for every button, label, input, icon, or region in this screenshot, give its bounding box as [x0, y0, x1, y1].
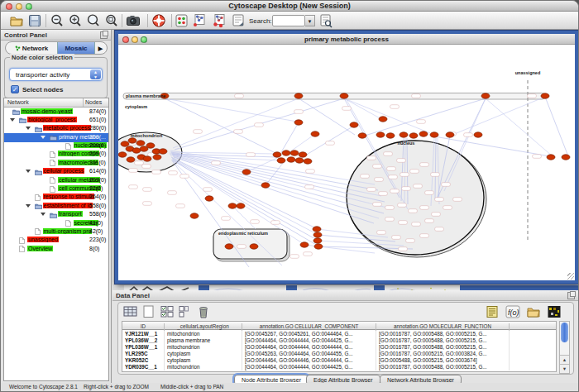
import-attributes-icon[interactable] [485, 305, 500, 318]
go-term-pill[interactable] [305, 185, 314, 189]
table-row[interactable]: YDR039C__1mitochondrion[GO:0044464, GO:0… [122, 363, 556, 370]
go-term-pill[interactable] [435, 198, 444, 202]
go-term-pill[interactable] [435, 227, 444, 232]
network-node[interactable] [294, 93, 303, 98]
tab-mosaic[interactable]: Mosaic [57, 42, 95, 54]
network-node[interactable] [386, 133, 395, 138]
network-node[interactable] [313, 227, 321, 232]
go-term-pill[interactable] [406, 239, 415, 243]
go-term-pill[interactable] [432, 213, 441, 217]
go-term-pill[interactable] [143, 188, 152, 192]
go-term-pill[interactable] [397, 159, 406, 163]
network-node[interactable] [261, 183, 270, 188]
go-term-pill[interactable] [168, 191, 177, 195]
select-attributes-icon[interactable] [123, 305, 138, 318]
open-attribute-file-icon[interactable] [526, 305, 541, 318]
tree-row[interactable]: nucleobase-209(0) [4, 142, 108, 151]
go-term-pill[interactable] [412, 94, 421, 98]
float-panel-icon[interactable] [100, 31, 108, 39]
network-node[interactable] [190, 213, 199, 218]
delete-attribute-icon[interactable] [196, 305, 211, 318]
go-term-pill[interactable] [342, 107, 352, 111]
network-node[interactable] [299, 152, 307, 157]
go-term-pill[interactable] [143, 202, 152, 206]
go-term-pill[interactable] [385, 218, 395, 222]
expander-icon[interactable] [10, 118, 15, 122]
go-term-pill[interactable] [402, 187, 411, 191]
network-node[interactable] [541, 93, 549, 98]
tree-row[interactable]: mosaic-demo-yeast874(0) [4, 108, 108, 116]
go-term-pill[interactable] [375, 178, 384, 182]
table-row[interactable]: YLR295Ccytoplasm[GO:0045263, GO:0044464,… [122, 350, 556, 356]
go-term-pill[interactable] [373, 203, 382, 207]
network-node[interactable] [237, 203, 245, 208]
go-term-pill[interactable] [443, 206, 452, 210]
tree-row[interactable]: metabolic process280(0) [4, 125, 108, 133]
tree-row[interactable]: multi-organism pro42(0) [4, 227, 108, 236]
network-node[interactable] [128, 138, 136, 143]
network-node[interactable] [358, 133, 366, 138]
go-term-pill[interactable] [222, 217, 231, 221]
tree-row[interactable]: Overview8(0) [4, 245, 108, 253]
go-term-pill[interactable] [420, 206, 429, 210]
go-term-pill[interactable] [420, 163, 429, 167]
network-node[interactable] [304, 159, 312, 164]
zoom-out-icon[interactable] [50, 13, 65, 28]
go-term-pill[interactable] [234, 130, 243, 134]
go-term-pill[interactable] [203, 188, 213, 192]
network-node[interactable] [282, 151, 290, 155]
network-node[interactable] [118, 152, 127, 157]
vizmapper-icon[interactable] [175, 13, 188, 28]
go-term-pill[interactable] [251, 220, 260, 224]
go-term-pill[interactable] [379, 192, 388, 196]
tree-row[interactable]: cell communicat22(0) [4, 185, 108, 194]
search-input[interactable] [272, 15, 305, 26]
go-term-pill[interactable] [304, 252, 313, 256]
network-node[interactable] [273, 152, 281, 157]
expander-icon[interactable] [26, 170, 31, 173]
go-term-pill[interactable] [528, 94, 537, 98]
go-term-pill[interactable] [194, 130, 203, 134]
table-row[interactable]: YJR121W__1mitochondrion[GO:0045267, GO:0… [122, 330, 556, 337]
go-term-pill[interactable] [385, 206, 395, 210]
go-term-pill[interactable] [425, 191, 434, 195]
go-term-pill[interactable] [180, 174, 189, 179]
tree-row[interactable]: response to stimulu264(0) [4, 194, 108, 202]
tab-network[interactable]: Network [6, 42, 57, 54]
go-term-pill[interactable] [390, 105, 400, 109]
go-term-pill[interactable] [129, 169, 138, 173]
zoom-in-icon[interactable] [68, 13, 83, 28]
matrix-view-icon[interactable] [547, 305, 562, 318]
network-node[interactable] [277, 158, 285, 163]
tree-row[interactable]: cellular process614(0) [4, 168, 108, 176]
go-term-pill[interactable] [367, 156, 376, 160]
go-term-pill[interactable] [326, 141, 335, 146]
network-node[interactable] [311, 131, 319, 136]
go-term-pill[interactable] [399, 247, 408, 251]
network-node[interactable] [409, 133, 418, 138]
table-row[interactable]: YPL036W__1mitochondrion[GO:0044464, GO:0… [122, 343, 556, 350]
go-term-pill[interactable] [399, 221, 408, 225]
network-node[interactable] [132, 148, 141, 153]
tree-row[interactable]: nitrogen compo209(0) [4, 151, 108, 159]
tree-row[interactable]: macromolecule311(0) [4, 159, 108, 167]
network-node[interactable] [481, 93, 490, 98]
zoom-selected-icon[interactable] [104, 13, 119, 28]
network-node[interactable] [153, 155, 161, 160]
go-term-pill[interactable] [410, 170, 419, 174]
network-node[interactable] [294, 120, 303, 125]
network-node[interactable] [159, 149, 167, 154]
expander-icon[interactable] [26, 127, 31, 130]
scroll-down-icon[interactable]: ▼ [560, 364, 569, 373]
scroll-up-icon[interactable]: ▲ [560, 355, 569, 364]
tree-row[interactable]: establishment of lo558(0) [4, 202, 108, 210]
scrollbar-thumb[interactable] [561, 323, 568, 342]
resize-grip[interactable] [567, 273, 574, 280]
table-row[interactable]: YPL036W__2plasma membrane[GO:0044464, GO… [122, 337, 556, 343]
go-term-pill[interactable] [412, 222, 421, 227]
attribute-matrix-icon[interactable] [160, 305, 175, 318]
table-scrollbar[interactable]: ▲ ▼ [559, 321, 570, 374]
network-node[interactable] [228, 203, 237, 208]
network-node[interactable] [242, 170, 251, 174]
expander-icon[interactable] [41, 136, 45, 139]
